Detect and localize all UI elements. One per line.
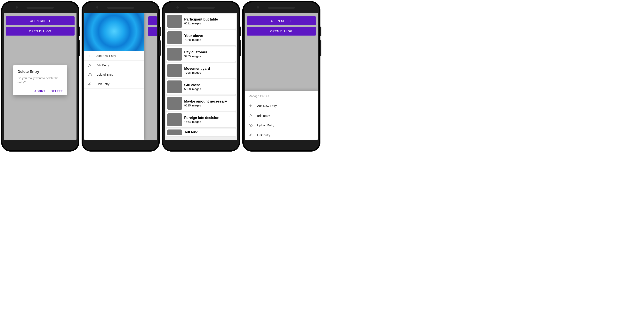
drawer-item-edit[interactable]: Edit Entry — [84, 61, 144, 70]
thumbnail — [167, 113, 182, 126]
drawer-item-upload[interactable]: Upload Entry — [84, 70, 144, 79]
list-item[interactable]: Foreign late decision 1564 images — [166, 112, 236, 127]
drawer-item-label: Link Entry — [96, 82, 110, 86]
list-item[interactable]: Participant but table 8011 images — [166, 14, 236, 29]
list-item-subtitle: 9755 images — [184, 55, 207, 58]
list-item-subtitle: 7928 images — [184, 38, 203, 41]
link-icon — [248, 133, 252, 137]
list-item-title: Movement yard — [184, 67, 210, 71]
delete-dialog: Delete Entry Do you really want to delet… — [13, 65, 67, 95]
list-item[interactable]: Pay customer 9755 images — [166, 47, 236, 62]
list-item-title: Tell tend — [184, 130, 198, 134]
drawer-header-image — [84, 13, 144, 51]
plus-icon — [248, 104, 252, 108]
list-item[interactable]: Your above 7928 images — [166, 30, 236, 45]
sheet-item-add[interactable]: Add New Entry — [245, 101, 318, 111]
drawer-item-link[interactable]: Link Entry — [84, 79, 144, 89]
sheet-title: Manage Entries — [245, 91, 318, 101]
sheet-item-label: Link Entry — [257, 133, 270, 137]
list-item-subtitle: 7998 images — [184, 71, 210, 74]
thumbnail — [167, 130, 182, 135]
list-item-title: Participant but table — [184, 18, 218, 22]
dialog-title: Delete Entry — [18, 70, 63, 74]
cloud-upload-icon — [248, 123, 252, 127]
list-item[interactable]: Movement yard 7998 images — [166, 63, 236, 78]
open-sheet-button[interactable] — [148, 17, 157, 25]
wrench-icon — [248, 114, 252, 117]
sheet-item-label: Upload Entry — [257, 124, 274, 127]
dialog-backdrop[interactable]: Delete Entry Do you really want to delet… — [4, 13, 76, 140]
list-item-subtitle: 1564 images — [184, 120, 219, 123]
list-item[interactable]: Girl close 5858 images — [166, 79, 236, 95]
thumbnail — [167, 81, 182, 93]
dialog-body: Do you really want to delete the entry? — [18, 76, 63, 84]
list-item-subtitle: 5858 images — [184, 87, 201, 91]
thumbnail — [167, 48, 182, 61]
plus-icon — [88, 54, 92, 58]
drawer-item-label: Edit Entry — [96, 64, 109, 67]
list-item-title: Girl close — [184, 83, 201, 87]
nav-drawer: Add New Entry Edit Entry Upload Entry Li… — [84, 13, 144, 140]
drawer-item-label: Upload Entry — [96, 73, 114, 76]
bottom-sheet: Manage Entries Add New Entry Edit Entry … — [245, 91, 318, 140]
open-sheet-button[interactable]: OPEN SHEET — [247, 17, 316, 25]
abort-button[interactable]: ABORT — [34, 89, 45, 93]
thumbnail — [167, 31, 182, 44]
list-item[interactable]: Maybe amount necessary 9225 images — [166, 96, 236, 111]
list-item-subtitle: 9225 images — [184, 104, 227, 107]
sheet-item-label: Add New Entry — [257, 104, 277, 107]
open-dialog-button[interactable]: OPEN DIALOG — [247, 27, 316, 36]
wrench-icon — [88, 63, 92, 67]
list-item-title: Pay customer — [184, 50, 207, 54]
gallery-list[interactable]: Participant but table 8011 images Your a… — [165, 13, 237, 140]
link-icon — [88, 82, 92, 86]
list-item-title: Your above — [184, 34, 203, 38]
thumbnail — [167, 15, 182, 28]
sheet-item-link[interactable]: Link Entry — [245, 130, 318, 140]
list-item-title: Maybe amount necessary — [184, 100, 227, 104]
sheet-item-upload[interactable]: Upload Entry — [245, 120, 318, 130]
list-item-title: Foreign late decision — [184, 116, 219, 120]
sheet-item-label: Edit Entry — [257, 114, 270, 117]
drawer-item-label: Add New Entry — [96, 54, 116, 58]
thumbnail — [167, 97, 182, 110]
sheet-item-edit[interactable]: Edit Entry — [245, 111, 318, 120]
list-item[interactable]: Tell tend — [166, 129, 236, 136]
list-item-subtitle: 8011 images — [184, 22, 218, 25]
delete-button[interactable]: DELETE — [51, 89, 63, 93]
open-dialog-button[interactable] — [148, 27, 157, 36]
thumbnail — [167, 64, 182, 77]
drawer-item-add[interactable]: Add New Entry — [84, 51, 144, 61]
cloud-upload-icon — [88, 73, 92, 77]
